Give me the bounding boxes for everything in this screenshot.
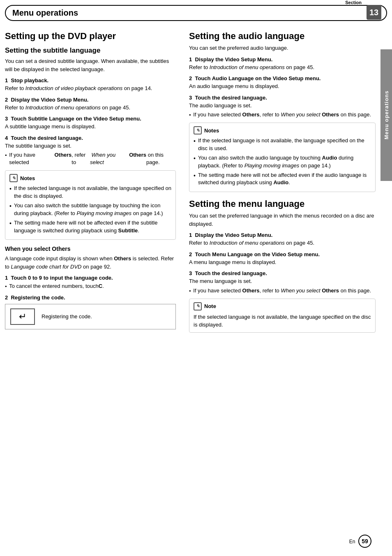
menu-step-3-body: The menu language is set. [189,277,376,285]
step-4-heading: 4 Touch the desired language. [5,135,176,141]
when-select-heading: When you select When you select OthersOt… [5,246,176,252]
menu-step-2-body: A menu language menu is displayed. [189,258,376,266]
audio-notes-header: ✎ Notes [194,126,371,134]
menu-note-header: ✎ Note [194,302,371,310]
subtitle-intro: You can set a desired subtitle language.… [5,57,176,73]
audio-step-2-heading: 2 Touch Audio Language on the Video Setu… [189,75,376,81]
menu-heading: Setting the menu language [189,199,376,209]
page-number-area: En 59 [349,535,371,548]
image-caption: Registering the code. [42,313,92,320]
page-title: Menu operations [12,8,78,18]
audio-notes-list: If the selected language is not availabl… [194,137,371,187]
step-3-body: A subtitle language menu is displayed. [5,123,176,131]
subtitle-notes-box: ✎ Notes If the selected language is not … [5,170,176,240]
step-2-heading: 2 Display the Video Setup Menu. [5,97,176,103]
audio-step-1-body: Refer to Introduction of menu operations… [189,63,376,72]
step-3-heading: 3 Touch Subtitle Language on the Video S… [5,116,176,122]
step-2-number: 2 [5,97,11,103]
audio-intro: You can set the preferred audio language… [189,44,376,52]
when-step-1-bullet: To cancel the entered numbers, touch C. [5,283,176,290]
menu-intro: You can set the preferred language in wh… [189,212,376,228]
step-4-body: The subtitle language is set. [5,142,176,150]
main-heading: Setting up the DVD player [5,31,176,42]
when-select-body: A language code input display is shown w… [5,255,176,271]
audio-note-3: The setting made here will not be affect… [194,171,371,187]
when-step-1-heading: 1 Touch 0 to 9 to input the language cod… [5,275,176,281]
menu-note-icon: ✎ [194,302,202,310]
audio-notes-box: ✎ Notes If the selected language is not … [189,123,376,192]
sidebar-label: Menu operations [383,90,390,139]
note-item-1: If the selected language is not availabl… [9,185,171,200]
subtitle-section-heading: Setting the subtitle language [5,46,176,55]
main-content: Setting up the DVD player Setting the su… [5,21,376,337]
image-box: ↵ Registering the code. [5,304,176,329]
audio-notes-icon: ✎ [194,126,202,134]
when-step-2-heading: 2 Registering the code. [5,294,176,301]
note-item-3: The setting made here will not be affect… [9,219,171,235]
audio-note-1: If the selected language is not availabl… [194,137,371,153]
right-column: Setting the audio language You can set t… [186,28,376,337]
menu-step-3-heading: 3 Touch the desired language. [189,270,376,276]
en-label: En [349,539,355,544]
right-sidebar: Menu operations [380,49,392,181]
audio-step-2-body: An audio language menu is displayed. [189,82,376,90]
menu-bullet: If you have selected Others, refer to Wh… [189,287,376,294]
menu-note-body: If the selected language is not availabl… [194,313,371,329]
left-column: Setting up the DVD player Setting the su… [5,28,186,337]
notes-icon: ✎ [9,174,18,182]
notes-header: ✎ Notes [9,174,171,182]
audio-bullet: If you have selected Others, refer to Wh… [189,111,376,118]
menu-step-1-heading: 1 Display the Video Setup Menu. [189,232,376,238]
audio-step-1-heading: 1 Display the Video Setup Menu. [189,56,376,63]
audio-note-2: You can also switch the audio language b… [194,154,371,170]
audio-step-3-heading: 3 Touch the desired language. [189,95,376,101]
audio-step-3-body: The audio language is set. [189,102,376,110]
menu-note-box: ✎ Note If the selected language is not a… [189,299,376,333]
header-bar: Menu operations Section 13 [5,5,387,21]
menu-step-1-body: Refer to Introduction of menu operations… [189,239,376,247]
step-1-number: 1 [5,77,11,83]
section-label: Section [345,0,362,5]
step-4-number: 4 [5,135,11,141]
page-number-circle: 59 [358,535,371,548]
menu-step-2-heading: 2 Touch Menu Language on the Video Setup… [189,251,376,257]
section-number: 13 [367,5,381,20]
note-item-2: You can also switch the subtitle languag… [9,202,171,218]
step-1-body: Refer to Introduction of video playback … [5,84,176,93]
enter-arrow-icon: ↵ [10,308,35,325]
step-1-heading: 1 Stop playback. [5,77,176,83]
step-3-number: 3 [5,116,11,122]
subtitle-bullet: If you have selected Others, refer to Wh… [5,151,176,166]
notes-list: If the selected language is not availabl… [9,185,171,234]
audio-heading: Setting the audio language [189,31,376,42]
step-2-body: Refer to Introduction of menu operations… [5,104,176,112]
